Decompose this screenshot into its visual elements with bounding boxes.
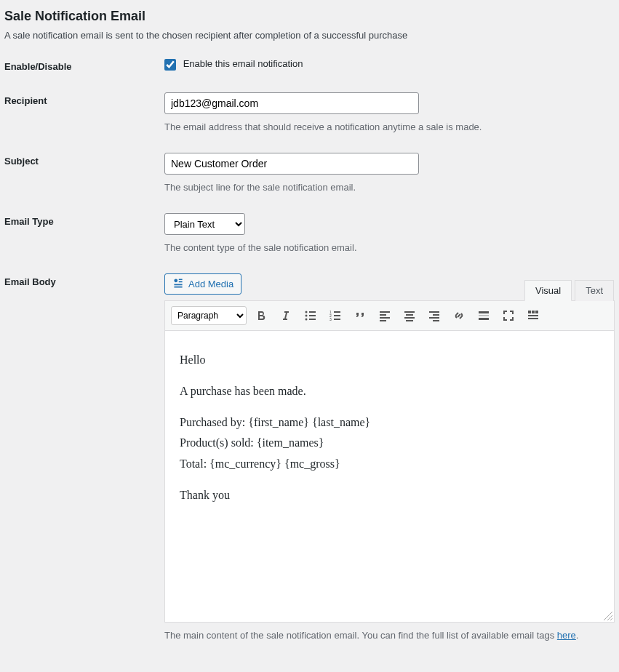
recipient-help: The email address that should receive a … [164,121,615,132]
body-p3: Purchased by: {first_name} {last_name} P… [180,412,599,475]
svg-rect-4 [309,311,316,313]
svg-point-2 [305,315,308,317]
svg-rect-30 [535,311,538,313]
email-type-select[interactable]: Plain Text [164,213,245,235]
align-left-button[interactable] [375,305,395,326]
subject-help: The subject line for the sale notificati… [164,182,615,193]
svg-rect-15 [380,317,390,319]
enable-checkbox-wrap[interactable]: Enable this email notification [164,58,303,69]
svg-rect-21 [429,311,439,313]
page-description: A sale notification email is sent to the… [4,30,615,41]
tab-visual[interactable]: Visual [524,280,572,301]
editor-toolbar: Paragraph 123 [165,301,614,331]
link-button[interactable] [449,305,469,326]
svg-point-3 [305,319,308,321]
number-list-button[interactable]: 123 [325,305,346,326]
row-email-body: Email Body Add Media Visual Text Paragra… [4,273,615,641]
svg-rect-16 [380,320,386,321]
svg-rect-14 [380,314,386,316]
svg-rect-11 [334,315,340,316]
svg-rect-10 [334,311,340,313]
svg-text:3: 3 [330,317,332,321]
label-email-body: Email Body [4,273,164,287]
align-right-button[interactable] [424,305,444,326]
enable-checkbox-label: Enable this email notification [183,58,303,69]
editor: Paragraph 123 [164,300,615,623]
body-p4: Thank you [180,485,599,506]
body-p2: A purchase has been made. [180,381,599,402]
editor-textarea[interactable]: Hello A purchase has been made. Purchase… [165,331,614,622]
svg-rect-19 [404,317,415,319]
svg-rect-28 [528,311,531,313]
svg-rect-26 [479,315,489,316]
svg-rect-12 [334,319,340,320]
svg-rect-5 [309,315,316,316]
row-email-type: Email Type Plain Text The content type o… [4,213,615,253]
editor-tabs: Visual Text [524,280,615,301]
svg-point-0 [174,279,177,282]
svg-rect-22 [433,314,439,316]
svg-rect-27 [479,318,489,320]
bullet-list-button[interactable] [300,305,321,326]
recipient-input[interactable] [164,92,419,114]
fullscreen-button[interactable] [498,305,519,326]
svg-rect-32 [528,318,538,319]
toolbar-toggle-button[interactable] [523,305,543,326]
label-recipient: Recipient [4,92,164,106]
label-email-type: Email Type [4,213,164,227]
svg-rect-13 [380,311,390,313]
svg-rect-31 [528,315,538,316]
row-subject: Subject The subject line for the sale no… [4,153,615,193]
format-select[interactable]: Paragraph [171,306,247,325]
tab-text[interactable]: Text [575,280,614,301]
svg-rect-20 [406,320,413,321]
blockquote-button[interactable] [350,305,370,326]
add-media-label: Add Media [188,279,233,289]
enable-checkbox[interactable] [164,59,176,71]
resize-handle-icon[interactable] [604,612,612,620]
tags-link[interactable]: here [557,630,576,641]
email-body-help: The main content of the sale notificatio… [164,630,615,641]
svg-rect-25 [479,311,489,313]
svg-rect-18 [406,314,413,316]
body-p1: Hello [180,350,599,371]
label-enable: Enable/Disable [4,58,164,72]
svg-rect-23 [429,317,439,319]
readmore-button[interactable] [474,305,494,326]
add-media-button[interactable]: Add Media [164,273,241,295]
subject-input[interactable] [164,153,419,175]
row-recipient: Recipient The email address that should … [4,92,615,132]
svg-rect-24 [433,320,439,321]
row-enable: Enable/Disable Enable this email notific… [4,58,615,72]
label-subject: Subject [4,153,164,167]
svg-rect-17 [404,311,415,313]
bold-button[interactable] [251,305,271,326]
align-center-button[interactable] [399,305,420,326]
svg-rect-29 [532,311,535,313]
svg-point-1 [305,311,308,313]
italic-button[interactable] [276,305,296,326]
email-type-help: The content type of the sale notificatio… [164,242,615,253]
media-icon [172,277,184,291]
svg-rect-6 [309,319,316,320]
page-title: Sale Notification Email [4,9,615,24]
